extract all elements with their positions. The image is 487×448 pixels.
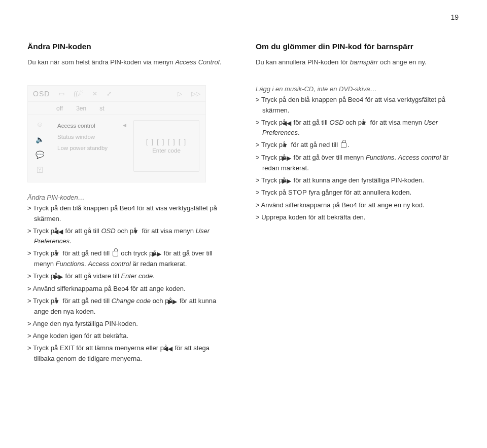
right-column: Lägg i en musik-CD, inte en DVD-skiva… >… [256,85,460,363]
left-title: Ändra PIN-koden [27,42,231,52]
text: är redan markerat. [131,260,187,268]
lock-icon [341,142,346,148]
rewind-icon: ◀◀ [60,227,63,237]
text: . [69,237,72,245]
osd-item-low-power: Low power standby [52,142,133,154]
sound-icon: 🔈 [36,135,44,143]
osd-menu-list: Access control Status window Low power s… [52,115,133,182]
enter-code-label: Enter code [152,147,181,154]
intro-row: Ändra PIN-koden Du kan när som helst änd… [27,42,460,67]
text: och ange en ny. [378,58,426,66]
term: Functions [56,260,84,268]
step: > Tryck på ◀◀ för att gå till OSD och på… [27,226,231,247]
step: > Tryck på ◀◀ för att gå till OSD och på… [256,118,460,138]
lock-icon [113,251,118,256]
osd-lang: 3en [76,105,86,112]
term: Change code [112,297,151,305]
osd-item-access-control: Access control [52,120,133,131]
step: > Tryck på ▶▶ för att gå vidare till Ent… [27,271,231,282]
text: för att gå vidare till [63,272,121,280]
term: barnspärr [350,58,378,66]
left-steps-head: Ändra PIN-koden… [27,194,231,201]
text: . [220,58,222,66]
osd-sidebar: ☺ 🔈 💬 ⚿ [28,115,52,182]
osd-main: Access control Status window Low power s… [52,115,205,182]
left-intro-text: Du kan när som helst ändra PIN-koden via… [27,57,231,67]
ffwd-icon: ▶▶ [159,249,161,259]
rewind-icon: ◀◀ [170,344,172,354]
text: för att visa menyn [140,227,196,235]
stop-label: STOP [288,189,307,196]
ffwd-icon: ▶▶ [289,176,291,186]
left-column: OSD ▭ ((☄ ✕ ⤢ ▷ ▷▷ off 3en st ☺ 🔈 💬 ⚿ [27,67,231,363]
step: > Tryck på ▼ för att gå ned till och try… [27,248,231,269]
text: . [347,141,350,148]
step: > Tryck på EXIT för att lämna menyerna e… [27,343,231,364]
text: fyra gånger för att annullera koden. [307,189,411,196]
rewind-icon: ◀◀ [289,119,291,128]
term: Access control [398,154,441,161]
text: för att gå över till menyn [292,154,366,161]
text: för att lämna menyerna eller på [75,344,169,352]
chat-icon: 💬 [36,151,44,159]
step: > Tryck på ▶▶ för att kunna ange den fyr… [256,175,460,186]
term: Functions [366,154,394,161]
ffwd-icon: ▷▷ [191,90,200,97]
text: för att gå ned till [61,249,112,257]
text: för att kunna ange den fyrställiga PIN-k… [292,176,424,184]
display-icon: ▭ [59,90,64,97]
play-icon: ▷ [178,90,182,97]
text: för att visa menyn [368,119,424,126]
osd-body: ☺ 🔈 💬 ⚿ Access control Status window Low… [28,115,205,182]
text: . [394,154,398,161]
osd-off: off [56,105,63,112]
expand-icon: ⤢ [107,90,112,97]
ffwd-icon: ▶▶ [175,297,177,307]
osd-code-box: [ ] [ ] [ ] [ ] Enter code [133,120,199,172]
term: Access control [88,260,131,268]
text: Du kan när som helst ändra PIN-koden via… [27,58,175,66]
step: > Tryck på STOP fyra gånger för att annu… [256,188,460,198]
menu-name: Access Control [175,58,219,66]
speaker-icon: ((☄ [74,90,83,97]
step: > Använd sifferknapparna på Beo4 för att… [256,200,460,210]
step: > Tryck på ▶▶ för att gå över till menyn… [256,153,460,173]
text: för att gå ned till [61,297,112,305]
text: för att gå till [63,227,101,235]
right-steps-head: Lägg i en musik-CD, inte en DVD-skiva… [256,85,460,93]
osd-panel: OSD ▭ ((☄ ✕ ⤢ ▷ ▷▷ off 3en st ☺ 🔈 💬 ⚿ [27,85,206,182]
osd-st: st [99,105,104,112]
text: Du kan annullera PIN-koden för [256,58,350,66]
osd-item-status-window: Status window [52,131,133,142]
step: > Ange koden igen för att bekräfta. [27,331,231,341]
text: . [153,272,155,280]
exit-label: EXIT [60,344,75,352]
step: > Ange den nya fyrställiga PIN-koden. [27,319,231,329]
step: > Upprepa koden för att bekräfta den. [256,212,460,222]
osd-top-row: OSD ▭ ((☄ ✕ ⤢ ▷ ▷▷ [28,86,205,102]
ffwd-icon: ▶▶ [289,154,291,163]
osd-title: OSD [33,90,50,98]
text: > Tryck på [27,344,60,352]
lock-icon: ⚿ [37,166,44,174]
term: OSD [101,227,115,235]
term: Enter code [121,272,153,280]
term: OSD [329,119,343,126]
right-intro: Om du glömmer din PIN-kod för barnspärr … [256,42,460,67]
text: för att gå till [292,119,329,126]
code-slots: [ ] [ ] [ ] [ ] [146,138,187,145]
step: > Använd sifferknapparna på Beo4 för att… [27,284,231,294]
body-row: OSD ▭ ((☄ ✕ ⤢ ▷ ▷▷ off 3en st ☺ 🔈 💬 ⚿ [27,67,460,363]
user-icon: ☺ [36,120,43,128]
step: > Tryck på ▼ för att gå ned till . [256,140,460,151]
step: > Tryck på ▼ för att gå ned till Change … [27,296,231,317]
step: > Tryck på den blå knappen på Beo4 för a… [27,203,231,223]
text: > Tryck på [256,189,288,196]
text: . [298,129,300,136]
text: för att gå ned till [289,141,340,148]
ffwd-icon: ▶▶ [60,272,63,282]
page-number: 19 [450,13,459,21]
osd-second-row: off 3en st [28,102,205,115]
step: > Tryck på den blå knappen på Beo4 för a… [256,95,460,115]
left-intro: Ändra PIN-koden Du kan när som helst änd… [27,42,231,67]
